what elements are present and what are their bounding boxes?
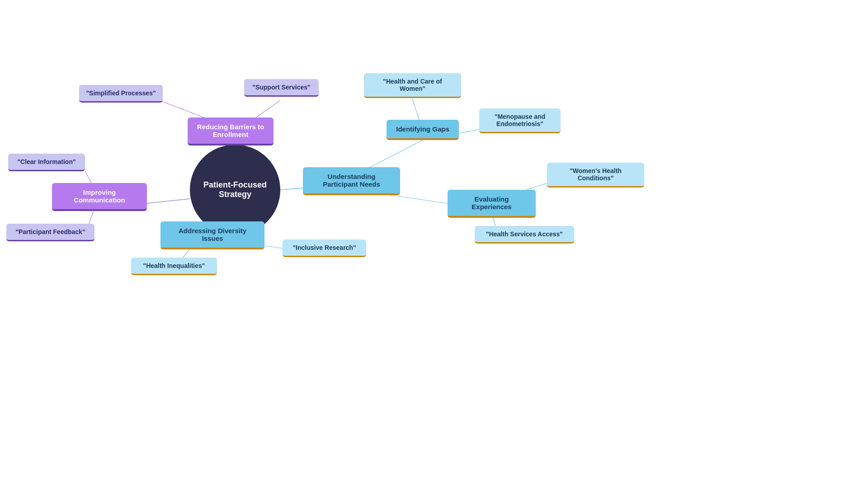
health-care-women-node[interactable]: "Health and Care of Women" — [364, 73, 461, 98]
svg-line-11 — [384, 194, 448, 203]
svg-line-1 — [147, 199, 190, 203]
improving-communication-node[interactable]: Improving Communication — [52, 183, 147, 211]
addressing-diversity-node[interactable]: Addressing Diversity Issues — [160, 221, 264, 249]
womens-health-conditions-node[interactable]: "Women's Health Conditions" — [547, 163, 644, 188]
reducing-barriers-node[interactable]: Reducing Barriers to Enrollment — [188, 117, 274, 145]
identifying-gaps-node[interactable]: Identifying Gaps — [387, 120, 459, 140]
menopause-endometriosis-node[interactable]: "Menopause and Endometriosis" — [479, 108, 561, 133]
clear-information-node[interactable]: "Clear Information" — [8, 154, 85, 171]
health-inequalities-node[interactable]: "Health Inequalities" — [131, 258, 217, 275]
evaluating-experiences-node[interactable]: Evaluating Experiences — [448, 190, 536, 218]
understanding-participant-needs-node[interactable]: Understanding Participant Needs — [303, 167, 400, 195]
simplified-processes-node[interactable]: "Simplified Processes" — [79, 85, 163, 103]
health-services-access-node[interactable]: "Health Services Access" — [475, 226, 574, 244]
support-services-node[interactable]: "Support Services" — [244, 79, 319, 97]
participant-feedback-node[interactable]: "Participant Feedback" — [6, 224, 94, 241]
inclusive-research-node[interactable]: "Inclusive Research" — [283, 239, 366, 257]
